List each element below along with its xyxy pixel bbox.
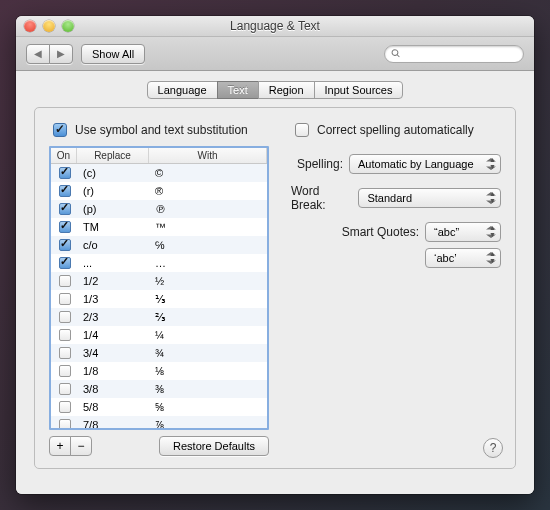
row-with: ⅞	[149, 419, 267, 430]
row-with: ℗	[149, 203, 267, 216]
smartquotes-single-value: ‘abc’	[434, 252, 457, 264]
table-row[interactable]: c/o℅	[51, 236, 267, 254]
show-all-button[interactable]: Show All	[81, 44, 145, 64]
header-replace[interactable]: Replace	[77, 148, 149, 163]
row-with: ⅛	[149, 365, 267, 377]
row-replace: 1/3	[77, 293, 149, 305]
use-substitution-label: Use symbol and text substitution	[75, 123, 248, 137]
content-area: Language Text Region Input Sources Use s…	[16, 71, 534, 494]
table-row[interactable]: 2/3⅔	[51, 308, 267, 326]
row-checkbox[interactable]	[59, 419, 71, 430]
smartquotes-single-row: ‘abc’ ▲▼	[291, 248, 501, 268]
row-replace: ...	[77, 257, 149, 269]
row-checkbox[interactable]	[59, 221, 71, 233]
row-replace: (r)	[77, 185, 149, 197]
preferences-window: Language & Text ◀ ▶ Show All Language Te…	[16, 16, 534, 494]
table-row[interactable]: 1/4¼	[51, 326, 267, 344]
row-checkbox[interactable]	[59, 383, 71, 395]
restore-defaults-button[interactable]: Restore Defaults	[159, 436, 269, 456]
smartquotes-double-popup[interactable]: “abc” ▲▼	[425, 222, 501, 242]
options-section: Correct spelling automatically Spelling:…	[291, 120, 501, 456]
row-replace: 3/4	[77, 347, 149, 359]
tab-input-sources[interactable]: Input Sources	[314, 81, 404, 99]
table-row[interactable]: 1/3⅓	[51, 290, 267, 308]
row-checkbox[interactable]	[59, 347, 71, 359]
use-substitution-row[interactable]: Use symbol and text substitution	[49, 120, 269, 140]
header-with[interactable]: With	[149, 148, 267, 163]
row-with: ®	[149, 185, 267, 197]
tab-region[interactable]: Region	[258, 81, 315, 99]
row-with: ℅	[149, 239, 267, 251]
back-button[interactable]: ◀	[26, 44, 50, 64]
row-with: ½	[149, 275, 267, 287]
table-row[interactable]: (c)©	[51, 164, 267, 182]
smartquotes-double-value: “abc”	[434, 226, 459, 238]
text-pane: Use symbol and text substitution On Repl…	[34, 107, 516, 469]
row-checkbox[interactable]	[59, 311, 71, 323]
help-button[interactable]: ?	[483, 438, 503, 458]
remove-button[interactable]: −	[70, 436, 92, 456]
minimize-icon[interactable]	[43, 20, 55, 32]
row-checkbox[interactable]	[59, 257, 71, 269]
row-checkbox[interactable]	[59, 365, 71, 377]
row-checkbox[interactable]	[59, 329, 71, 341]
row-with: ™	[149, 221, 267, 233]
row-checkbox[interactable]	[59, 167, 71, 179]
table-row[interactable]: 3/8⅜	[51, 380, 267, 398]
row-checkbox[interactable]	[59, 239, 71, 251]
add-button[interactable]: +	[49, 436, 71, 456]
use-substitution-checkbox[interactable]	[53, 123, 67, 137]
row-with: ¼	[149, 329, 267, 341]
close-icon[interactable]	[24, 20, 36, 32]
search-icon	[391, 48, 401, 59]
zoom-icon[interactable]	[62, 20, 74, 32]
table-row[interactable]: (p)℗	[51, 200, 267, 218]
row-checkbox[interactable]	[59, 275, 71, 287]
correct-spelling-label: Correct spelling automatically	[317, 123, 474, 137]
row-with: ⅜	[149, 383, 267, 395]
spelling-value: Automatic by Language	[358, 158, 474, 170]
table-header: On Replace With	[51, 148, 267, 164]
wordbreak-popup[interactable]: Standard ▲▼	[358, 188, 501, 208]
row-with: ⅔	[149, 311, 267, 324]
row-checkbox[interactable]	[59, 185, 71, 197]
table-row[interactable]: ...…	[51, 254, 267, 272]
spelling-label: Spelling:	[297, 157, 343, 171]
search-field-wrap[interactable]	[384, 45, 524, 63]
row-checkbox[interactable]	[59, 203, 71, 215]
table-row[interactable]: 1/8⅛	[51, 362, 267, 380]
forward-button[interactable]: ▶	[49, 44, 73, 64]
table-row[interactable]: TM™	[51, 218, 267, 236]
row-replace: 1/4	[77, 329, 149, 341]
row-replace: 5/8	[77, 401, 149, 413]
row-replace: 2/3	[77, 311, 149, 323]
tab-text[interactable]: Text	[217, 81, 259, 99]
row-replace: TM	[77, 221, 149, 233]
table-row[interactable]: 5/8⅝	[51, 398, 267, 416]
correct-spelling-row[interactable]: Correct spelling automatically	[291, 120, 501, 140]
header-on[interactable]: On	[51, 148, 77, 163]
smartquotes-label: Smart Quotes:	[342, 225, 419, 239]
tab-language[interactable]: Language	[147, 81, 218, 99]
tab-bar: Language Text Region Input Sources	[34, 81, 516, 99]
row-checkbox[interactable]	[59, 401, 71, 413]
table-row[interactable]: 7/8⅞	[51, 416, 267, 430]
row-with: ¾	[149, 347, 267, 359]
row-replace: (p)	[77, 203, 149, 215]
spelling-popup[interactable]: Automatic by Language ▲▼	[349, 154, 501, 174]
row-with: ©	[149, 167, 267, 179]
correct-spelling-checkbox[interactable]	[295, 123, 309, 137]
substitution-table: On Replace With (c)©(r)®(p)℗TM™c/o℅...…1…	[49, 146, 269, 430]
window-title: Language & Text	[230, 19, 320, 33]
chevron-right-icon: ▶	[57, 48, 65, 59]
table-footer: + − Restore Defaults	[49, 436, 269, 456]
table-row[interactable]: (r)®	[51, 182, 267, 200]
smartquotes-single-popup[interactable]: ‘abc’ ▲▼	[425, 248, 501, 268]
chevron-left-icon: ◀	[34, 48, 42, 59]
table-row[interactable]: 1/2½	[51, 272, 267, 290]
row-replace: (c)	[77, 167, 149, 179]
row-replace: 7/8	[77, 419, 149, 430]
table-row[interactable]: 3/4¾	[51, 344, 267, 362]
row-checkbox[interactable]	[59, 293, 71, 305]
search-input[interactable]	[405, 47, 517, 61]
